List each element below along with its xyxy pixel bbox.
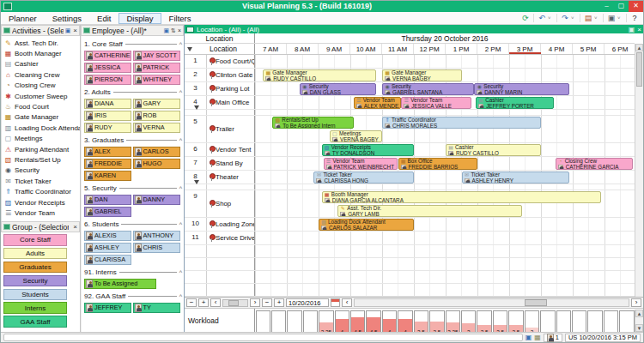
redo-icon[interactable]: ↷ <box>560 14 570 22</box>
gantt-bar[interactable]: ▥Loading Dock AttendantCARLOS SALAZAR <box>319 219 414 231</box>
horizontal-scrollbar[interactable] <box>354 298 629 307</box>
location-row-label[interactable]: Shop <box>207 190 255 217</box>
close-icon[interactable]: × <box>637 26 641 33</box>
employee-chip[interactable]: CHRIS <box>133 243 180 254</box>
collapse-icon[interactable]: ^ <box>179 269 182 275</box>
collapse-icon[interactable]: ^ <box>179 221 182 227</box>
activity-item[interactable]: ◔Closing Crew <box>2 81 80 91</box>
vertical-scrollbar[interactable]: ▲ <box>635 44 643 297</box>
gantt-bar[interactable]: ✎Asst. Tech Dir.GARY LAMB <box>337 205 522 217</box>
employee-chip[interactable]: ANTHONY <box>133 231 180 242</box>
scroll-end-button[interactable]: › <box>631 298 641 307</box>
collapse-icon[interactable]: ^ <box>179 185 182 191</box>
screen-icon[interactable]: ▣ <box>65 27 71 34</box>
group-item[interactable]: Adults <box>3 248 67 260</box>
location-row-label[interactable]: Service Drive <box>207 232 255 244</box>
scroll-down-icon[interactable]: ▼ <box>635 324 643 332</box>
prev-day-button[interactable]: ‹ <box>342 298 352 307</box>
activity-item[interactable]: ⚠Parking Attendant <box>2 144 80 154</box>
scroll-up-icon[interactable]: ▲ <box>635 44 643 51</box>
zoom-in-button[interactable]: + <box>198 298 209 307</box>
scroll-left-button[interactable]: ‹ <box>210 298 221 307</box>
gantt-bar[interactable]: ▦Gate ManagerVERNA BAGBY <box>382 69 462 81</box>
gantt-bar[interactable]: ▨Vendor ReceiptsTY DONALDSON <box>322 144 414 156</box>
gantt-bar[interactable]: ✉Ticket TakerCLARISSA HONG <box>313 172 414 184</box>
employee-chip[interactable]: PATRICK <box>133 63 180 74</box>
activity-item[interactable]: ⌂Cleaning Crew <box>2 69 80 80</box>
employee-chip[interactable]: CLARISSA <box>84 255 131 266</box>
gantt-bar[interactable]: ◔Closing CrewCATHERINE GARCIA <box>556 158 634 170</box>
activity-item[interactable]: ▨Vendor Receipts <box>2 197 80 208</box>
employee-chip[interactable]: ASHLEY <box>84 243 131 254</box>
employee-chip[interactable]: JESSICA <box>84 63 131 74</box>
activity-item[interactable]: ✎Asst. Tech Dir. <box>2 38 80 48</box>
employee-chip[interactable]: WHITNEY <box>133 75 180 86</box>
gantt-bar[interactable]: ▦Box OfficeFREDDIE BARRIOS <box>398 158 478 170</box>
gantt-bar[interactable]: ▦Booth ManagerDIANA GARCIA ALCANTARA <box>322 191 602 203</box>
activity-item[interactable]: ▦Booth Manager <box>2 48 80 58</box>
employee-chip[interactable]: DIANA <box>84 99 131 110</box>
location-row-label[interactable]: Main Office <box>207 96 255 109</box>
collapse-icon[interactable]: ^ <box>179 293 182 299</box>
activity-item[interactable]: ✱Customer Sweep <box>2 91 80 101</box>
zoom-out-button[interactable]: − <box>186 298 197 307</box>
scroll-up-icon[interactable]: ▲ <box>635 310 643 317</box>
location-row-label[interactable]: Clinton Gate <box>207 69 255 81</box>
employee-chip[interactable]: VERNA <box>133 123 180 134</box>
employee-chip[interactable]: To Be Assigned <box>84 279 156 290</box>
group-item[interactable]: Security <box>3 275 67 287</box>
employee-chip[interactable]: RUDY <box>84 123 131 134</box>
gantt-bar[interactable]: ▧Rentals/Set UpTo Be Assigned Intern <box>272 117 353 129</box>
gantt-bar[interactable]: ◉SecurityDAN GLASS <box>300 83 376 95</box>
group-item[interactable]: Graduates <box>3 262 67 274</box>
mini-scrollbar[interactable] <box>222 299 248 307</box>
group-item[interactable]: Interns <box>3 302 67 314</box>
employee-chip[interactable]: ALEXIS <box>84 231 131 242</box>
activity-item[interactable]: ▤Cashier <box>2 59 80 69</box>
location-row-label[interactable]: Stand By <box>207 157 255 170</box>
employee-chip[interactable]: DAN <box>84 195 131 206</box>
employee-chip[interactable]: GABRIEL <box>84 207 131 218</box>
employee-chip[interactable]: HUGO <box>133 159 180 170</box>
maximize-button[interactable]: ▢ <box>614 1 629 12</box>
activity-item[interactable]: ▧Rentals/Set Up <box>2 154 80 165</box>
refresh-icon[interactable]: ⟳ <box>520 14 531 22</box>
employee-chip[interactable]: GARY <box>133 99 180 110</box>
chevron-down-icon[interactable]: ˅ <box>617 15 623 21</box>
gantt-bar[interactable]: ⇑Traffic CoordinatorCHRIS MORALES <box>382 117 541 129</box>
employee-chip[interactable]: KAREN <box>84 171 131 182</box>
close-button[interactable]: ✕ <box>629 1 643 12</box>
close-icon[interactable]: × <box>73 27 77 34</box>
screen-icon[interactable]: ▣ <box>629 26 635 33</box>
date-input[interactable]: 10/20/2016 <box>286 298 329 307</box>
menu-item-display[interactable]: Display <box>118 13 161 24</box>
workload-scrollbar[interactable]: ▲ ▼ <box>635 310 643 332</box>
group-item[interactable]: Students <box>3 289 67 301</box>
gantt-bar[interactable]: ☰Vendor TeamJESSICA VALLE <box>401 97 471 109</box>
activity-item[interactable]: ✉Ticket Taker <box>2 176 80 186</box>
location-row-label[interactable]: Food Court/Quad <box>207 55 255 68</box>
close-icon[interactable]: × <box>178 27 181 34</box>
menu-item-edit[interactable]: Edit <box>89 13 118 24</box>
gantt-bar[interactable]: ☰Vendor TeamPATRICK WEINBRECHT <box>324 158 398 170</box>
location-row-label[interactable]: Loading Zone <box>207 218 255 231</box>
employee-chip[interactable]: CARLOS <box>133 147 180 158</box>
employee-chip[interactable]: ALEX <box>84 147 131 158</box>
screen-icon[interactable]: ▣ <box>163 27 169 34</box>
location-row-label[interactable]: Trailer <box>207 116 255 142</box>
collapse-icon[interactable]: ^ <box>179 41 182 47</box>
activity-item[interactable]: ▦Gate Manager <box>2 112 80 123</box>
status-input[interactable] <box>3 334 523 341</box>
gantt-bar[interactable]: ▤CashierRUDY CASTILLO <box>446 144 541 156</box>
activity-item[interactable]: ◉Security <box>2 165 80 176</box>
scroll-right-button[interactable]: › <box>250 298 260 307</box>
employee-chip[interactable]: PIERSON <box>84 75 131 86</box>
collapse-icon[interactable]: ^ <box>179 137 182 143</box>
row-zoom-out-button[interactable]: − <box>262 298 272 307</box>
gantt-bar[interactable]: ◉SecurityDANNY MARIN <box>474 83 569 95</box>
activity-item[interactable]: ▥Loading Dock Attendant <box>2 123 80 133</box>
collapse-icon[interactable]: ^ <box>179 89 182 95</box>
row-zoom-in-button[interactable]: + <box>274 298 284 307</box>
location-row-label[interactable]: Vendor Tent <box>207 143 255 156</box>
group-item[interactable]: GAA Staff <box>3 316 67 328</box>
